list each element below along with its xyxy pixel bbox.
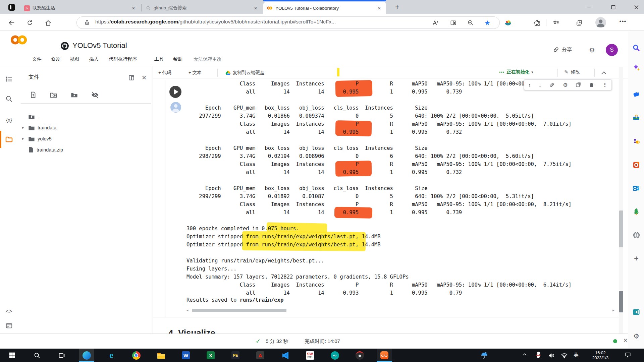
tray-volume-icon[interactable] xyxy=(548,352,555,359)
sidebar-search-icon[interactable] xyxy=(632,44,641,52)
taskbar-search-icon[interactable] xyxy=(29,349,45,362)
cell-settings-gear-icon[interactable]: ⚙ xyxy=(563,82,568,88)
tab-lenovo[interactable]: 头 联想酷生活 ✕ xyxy=(21,2,140,14)
tab-actions-menu-icon[interactable] xyxy=(7,3,16,12)
edit-mode-button[interactable]: ✎ 修改 xyxy=(564,69,580,75)
menu-help[interactable]: 帮助 xyxy=(172,54,183,64)
window-maximize-button[interactable] xyxy=(605,0,621,14)
collapse-header-chevron-icon[interactable] xyxy=(600,70,608,77)
taskbar-solidworks-icon[interactable]: SW 2021 xyxy=(302,349,318,362)
github-icon[interactable] xyxy=(60,42,69,50)
taskbar-sunlogin-icon[interactable]: ∞ xyxy=(327,349,342,362)
colab-settings-gear-icon[interactable]: ⚙ xyxy=(589,46,595,54)
window-close-button[interactable] xyxy=(629,0,644,14)
add-code-button[interactable]: + 代码 xyxy=(158,68,171,77)
rail-toc-icon[interactable] xyxy=(4,74,14,84)
taskbar-excel-icon[interactable]: X xyxy=(203,349,218,362)
menu-insert[interactable]: 插入 xyxy=(89,54,99,64)
taskbar-legacy-e-icon[interactable]: e xyxy=(104,349,119,362)
unsaved-changes-notice[interactable]: 无法保存更改 xyxy=(193,54,222,64)
sidebar-outlook-icon[interactable] xyxy=(632,184,641,193)
sidebar-settings-gear-icon[interactable]: ⚙ xyxy=(632,332,641,341)
read-aloud-icon[interactable] xyxy=(430,19,440,27)
run-cell-button[interactable] xyxy=(169,86,181,98)
weather-umbrella-icon[interactable] xyxy=(480,351,488,359)
copy-to-drive-button[interactable]: 复制到云端硬盘 xyxy=(225,68,265,77)
favorite-star-icon[interactable]: ★ xyxy=(482,19,492,27)
salad-collection-icon[interactable] xyxy=(502,18,513,27)
tray-ime-indicator[interactable]: 英 xyxy=(574,352,579,358)
tab-colab-active[interactable]: YOLOv5 Tutorial - Colaboratory ✕ xyxy=(263,2,386,14)
menu-runtime[interactable]: 代码执行程序 xyxy=(108,54,138,64)
move-cell-down-icon[interactable]: ↓ xyxy=(539,82,541,88)
output-scrollbar-thumb[interactable] xyxy=(619,291,623,312)
sidebar-office-icon[interactable] xyxy=(632,161,641,169)
hscroll-left-arrow[interactable]: ◂ xyxy=(186,308,189,312)
extensions-puzzle-icon[interactable] xyxy=(531,18,542,27)
zoom-out-icon[interactable] xyxy=(466,19,476,27)
taskbar-word-icon[interactable]: W xyxy=(178,349,194,362)
expand-arrow-icon[interactable]: ▸ xyxy=(21,125,25,130)
tray-expand-chevron-icon[interactable] xyxy=(522,352,527,357)
share-button[interactable]: 分享 xyxy=(553,46,572,53)
tab-github-search[interactable]: github_综合搜索 ✕ xyxy=(143,2,262,14)
sidebar-toolbox-icon[interactable] xyxy=(632,113,641,122)
home-button[interactable] xyxy=(42,18,54,28)
url-text[interactable]: https://colab.research.google.com/github… xyxy=(95,19,336,25)
back-button[interactable] xyxy=(6,18,17,28)
sidebar-tree-icon[interactable] xyxy=(632,207,641,216)
sidebar-add-icon[interactable]: + xyxy=(632,254,641,263)
file-row-parent[interactable]: .. xyxy=(21,111,152,122)
panel-divider[interactable] xyxy=(153,66,153,334)
tab-close-icon[interactable]: ✕ xyxy=(252,5,259,11)
browser-profile-avatar[interactable] xyxy=(595,17,606,28)
expand-arrow-icon[interactable]: ▸ xyxy=(21,136,25,141)
rail-files-icon[interactable] xyxy=(4,135,14,144)
sidebar-games-icon[interactable] xyxy=(632,137,641,145)
move-cell-up-icon[interactable]: ↑ xyxy=(528,82,531,88)
notebook-title[interactable]: YOLOv5 Tutorial xyxy=(72,41,127,50)
window-minimize-button[interactable] xyxy=(581,0,597,14)
menu-file[interactable]: 文件 xyxy=(32,54,42,64)
menu-tools[interactable]: 工具 xyxy=(154,54,164,64)
task-view-icon[interactable] xyxy=(54,349,69,362)
tab-close-icon[interactable]: ✕ xyxy=(376,5,383,11)
link-to-cell-icon[interactable] xyxy=(549,82,555,88)
sidebar-open-panel-icon[interactable] xyxy=(632,308,641,316)
rail-search-icon[interactable] xyxy=(4,94,14,104)
browser-settings-menu-icon[interactable]: ••• xyxy=(618,18,628,27)
tab-close-icon[interactable]: ✕ xyxy=(130,5,137,11)
taskbar-vscode-icon[interactable] xyxy=(277,349,293,362)
rail-code-snippets-icon[interactable]: <> xyxy=(4,307,14,316)
open-in-window-icon[interactable] xyxy=(576,82,581,87)
refresh-button[interactable] xyxy=(24,18,36,28)
action-center-icon[interactable] xyxy=(625,352,631,358)
page-scrollbar-thumb[interactable] xyxy=(619,210,623,247)
files-panel-popout-icon[interactable] xyxy=(128,74,135,81)
tray-clock[interactable]: 16:02 2023/1/3 xyxy=(584,351,616,361)
user-avatar[interactable]: S xyxy=(606,44,618,56)
tray-network-icon[interactable] xyxy=(561,352,568,359)
sidebar-globe-icon[interactable] xyxy=(632,231,641,239)
menu-edit[interactable]: 修改 xyxy=(50,54,61,64)
collections-icon[interactable] xyxy=(574,18,584,27)
start-button[interactable] xyxy=(4,349,20,362)
taskbar-explorer-icon[interactable] xyxy=(153,349,169,362)
hide-files-eye-off-icon[interactable] xyxy=(90,90,100,100)
immersive-reader-icon[interactable] xyxy=(448,19,458,27)
new-tab-button[interactable]: + xyxy=(392,3,402,11)
mount-drive-icon[interactable] xyxy=(69,90,79,100)
taskbar-pe-icon[interactable]: PE xyxy=(228,349,243,362)
rail-variables-icon[interactable]: {x} xyxy=(4,115,14,124)
taskbar-acrobat-icon[interactable]: A xyxy=(253,349,268,362)
file-row-yolov5[interactable]: ▸ yolov5 xyxy=(21,133,152,144)
file-row-traindata-zip[interactable]: traindata.zip xyxy=(21,144,152,155)
menu-view[interactable]: 视图 xyxy=(69,54,80,64)
favorites-bar-icon[interactable] xyxy=(551,18,561,27)
file-row-traindata[interactable]: ▸ traindata xyxy=(21,122,152,133)
add-text-button[interactable]: + 文本 xyxy=(189,68,202,77)
status-bar-close-icon[interactable]: ✕ xyxy=(623,337,628,344)
taskbar-edge-icon[interactable] xyxy=(79,349,94,362)
taskbar-media-app-icon[interactable] xyxy=(352,349,367,362)
upload-file-icon[interactable] xyxy=(28,90,38,100)
